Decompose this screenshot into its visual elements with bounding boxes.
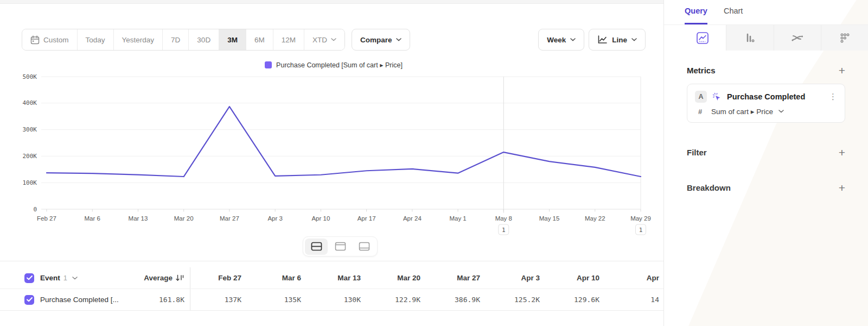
chart-legend: Purchase Completed [Sum of cart ▸ Price] (16, 61, 651, 69)
line-chart-icon (597, 35, 608, 44)
svg-text:May 29: May 29 (630, 215, 651, 222)
sort-descending-icon (176, 274, 184, 281)
calendar-icon (30, 35, 40, 45)
svg-text:Apr 17: Apr 17 (358, 215, 376, 222)
range-button-yesterday[interactable]: Yesterday (114, 29, 163, 50)
select-all-checkbox[interactable] (24, 273, 34, 283)
svg-text:100K: 100K (23, 179, 37, 186)
cell-value: 137K (190, 296, 250, 304)
svg-text:0: 0 (33, 206, 37, 213)
svg-text:May 1: May 1 (449, 215, 466, 222)
cell-value: 135K (250, 296, 310, 304)
kebab-menu-icon[interactable]: ⋮ (829, 92, 837, 102)
tab-chart[interactable]: Chart (724, 7, 743, 24)
chart-type-scatter-button[interactable] (821, 25, 868, 51)
interval-dropdown[interactable]: Week (538, 29, 584, 51)
date-column-values: 137K135K130K122.9K386.9K125.2K129.6K14 (190, 296, 663, 304)
toolbar: CustomTodayYesterday7D30D3M6M12MXTD Comp… (22, 29, 646, 51)
svg-text:Mar 27: Mar 27 (220, 215, 239, 222)
date-column-header: Mar 20 (369, 274, 429, 282)
row-checkbox[interactable] (24, 295, 34, 305)
date-column-header: Feb 27 (190, 274, 250, 282)
average-value: 161.8K (133, 296, 190, 304)
cell-value: 125.2K (489, 296, 548, 304)
add-filter-button[interactable]: + (839, 147, 845, 158)
legend-swatch (265, 61, 272, 68)
date-column-header: Mar 6 (250, 274, 310, 282)
chevron-down-icon (631, 38, 637, 41)
cell-value: 129.6K (548, 296, 608, 304)
svg-text:Feb 27: Feb 27 (37, 215, 56, 222)
chart-type-bar-button[interactable] (726, 25, 773, 51)
breakdown-section-title: Breakdown (687, 183, 731, 192)
event-click-icon (712, 92, 722, 102)
series-name: Purchase Completed [... (40, 296, 119, 304)
chevron-down-icon[interactable] (72, 277, 78, 280)
range-button-7d[interactable]: 7D (163, 29, 189, 50)
svg-text:Apr 24: Apr 24 (403, 215, 422, 222)
top-strip (0, 0, 663, 4)
range-button-today[interactable]: Today (78, 29, 114, 50)
tab-query[interactable]: Query (685, 7, 707, 24)
chart-type-line-button[interactable] (679, 25, 726, 51)
metric-name: Purchase Completed (727, 92, 824, 101)
chart-only-icon (335, 242, 346, 251)
table-header-row: Event 1 Average Feb 27Mar 6Mar 13Mar 20M… (0, 267, 663, 289)
panel-tabs: Query Chart (664, 0, 868, 25)
add-breakdown-button[interactable]: + (839, 182, 845, 193)
svg-text:May 22: May 22 (585, 215, 605, 222)
svg-text:1: 1 (502, 227, 506, 234)
svg-text:May 15: May 15 (539, 215, 560, 222)
aggregation-label: Sum of cart ▸ Price (711, 107, 773, 116)
metric-aggregation-selector[interactable]: # Sum of cart ▸ Price (695, 107, 837, 116)
svg-text:200K: 200K (23, 153, 37, 160)
layout-split-view-button[interactable] (305, 239, 328, 255)
add-metric-button[interactable]: + (839, 65, 845, 76)
date-column-header: Apr 10 (548, 274, 608, 282)
filter-section-title: Filter (687, 148, 707, 157)
main-content-area: CustomTodayYesterday7D30D3M6M12MXTD Comp… (0, 0, 663, 326)
layout-chart-only-button[interactable] (329, 239, 352, 255)
range-button-12m[interactable]: 12M (273, 29, 304, 50)
layout-table-only-button[interactable] (353, 239, 375, 255)
event-column-header: Event (40, 274, 60, 282)
metric-card[interactable]: A Purchase Completed ⋮ # Sum of cart ▸ P… (687, 84, 845, 123)
chevron-down-icon (331, 38, 336, 41)
date-column-header: Mar 13 (310, 274, 369, 282)
chart-type-flow-button[interactable] (774, 25, 821, 51)
cell-value: 122.9K (369, 296, 429, 304)
range-button-6m[interactable]: 6M (246, 29, 273, 50)
check-icon (27, 297, 33, 302)
svg-text:500K: 500K (23, 73, 37, 80)
svg-text:Apr 10: Apr 10 (311, 215, 330, 222)
chevron-down-icon (570, 38, 576, 41)
svg-text:Apr 3: Apr 3 (267, 215, 282, 222)
scatter-dots-icon (838, 32, 851, 45)
chart-type-dropdown[interactable]: Line (589, 29, 646, 51)
svg-text:300K: 300K (23, 126, 37, 133)
range-button-xtd[interactable]: XTD (304, 29, 344, 50)
svg-text:Mar 20: Mar 20 (174, 215, 194, 222)
divider (0, 261, 663, 261)
average-column-header[interactable]: Average (133, 274, 190, 282)
date-column-header: Apr 3 (489, 274, 548, 282)
cell-value: 14 (608, 296, 663, 304)
date-range-segmented-control: CustomTodayYesterday7D30D3M6M12MXTD (22, 29, 345, 51)
range-button-30d[interactable]: 30D (189, 29, 219, 50)
line-chart-svg[interactable]: 0100K200K300K400K500KFeb 27Mar 6Mar 13Ma… (16, 71, 651, 239)
svg-text:Mar 6: Mar 6 (85, 215, 100, 222)
results-table: Event 1 Average Feb 27Mar 6Mar 13Mar 20M… (0, 267, 663, 311)
date-column-header: Apr (608, 274, 663, 282)
range-button-3m[interactable]: 3M (219, 29, 246, 50)
check-icon (27, 275, 33, 280)
range-button-custom[interactable]: Custom (22, 29, 78, 50)
line-chart[interactable]: 0100K200K300K400K500KFeb 27Mar 6Mar 13Ma… (16, 71, 651, 239)
panel-body: Metrics + A Purchase Completed ⋮ # Sum o… (664, 65, 868, 193)
flow-icon (790, 32, 805, 45)
chart-type-label: Line (612, 36, 627, 44)
chevron-down-icon (396, 38, 401, 41)
table-row[interactable]: Purchase Completed [... 161.8K 137K135K1… (0, 289, 663, 311)
number-property-icon: # (698, 108, 706, 116)
compare-button[interactable]: Compare (352, 29, 411, 51)
event-count: 1 (63, 274, 67, 282)
